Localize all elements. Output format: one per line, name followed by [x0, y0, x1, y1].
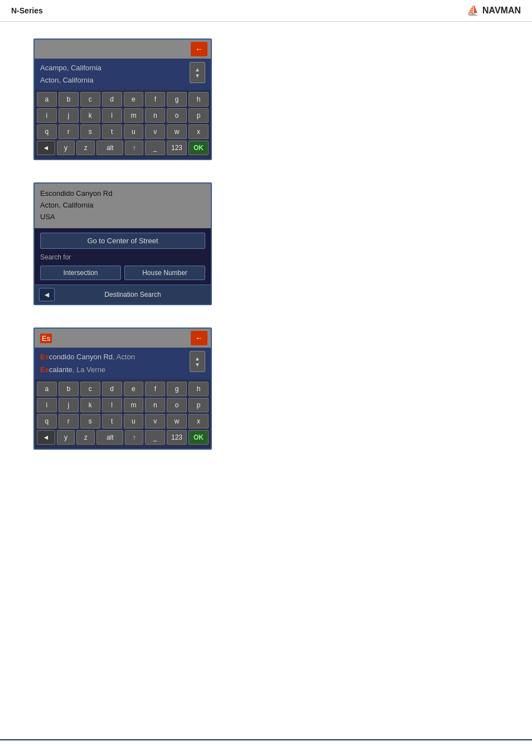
- key2-i[interactable]: i: [37, 398, 57, 412]
- key2-z[interactable]: z: [76, 430, 95, 445]
- key-f[interactable]: f: [145, 92, 165, 107]
- intersection-button[interactable]: Intersection: [40, 266, 121, 280]
- key-i[interactable]: i: [37, 108, 57, 123]
- search-bar-1: ←: [35, 40, 211, 59]
- result-item-3[interactable]: Escondido Canyon Rd, Acton: [40, 351, 185, 363]
- key2-f[interactable]: f: [145, 382, 165, 396]
- key-d[interactable]: d: [102, 92, 122, 107]
- key-n[interactable]: n: [145, 108, 165, 123]
- key-ok[interactable]: OK: [188, 141, 209, 155]
- key2-o[interactable]: o: [167, 398, 187, 412]
- street-line-1: Escondido Canyon Rd: [40, 188, 205, 200]
- key-z[interactable]: z: [76, 141, 95, 155]
- house-number-button[interactable]: House Number: [124, 266, 205, 280]
- key2-h[interactable]: h: [188, 382, 209, 396]
- header-logo: ⛵ NAVMAN: [467, 4, 521, 17]
- main-content: ← Acampo, California Acton, California ▲…: [0, 22, 532, 466]
- key2-u[interactable]: u: [124, 414, 144, 428]
- key-u[interactable]: u: [124, 124, 144, 139]
- key2-ok[interactable]: OK: [188, 430, 209, 445]
- key-x[interactable]: x: [188, 124, 209, 139]
- key-v[interactable]: v: [145, 124, 165, 139]
- result-item-4[interactable]: Escalante, La Verne: [40, 364, 185, 376]
- key-j[interactable]: j: [59, 108, 79, 123]
- key2-t[interactable]: t: [102, 414, 122, 428]
- key2-v[interactable]: v: [145, 414, 165, 428]
- keyboard-1: a b c d e f g h i j k l m n o p q r: [35, 90, 211, 159]
- key-r[interactable]: r: [59, 124, 79, 139]
- key-row-2-2: i j k l m n o p: [37, 398, 209, 412]
- result-state-2: California: [62, 76, 93, 84]
- key2-123[interactable]: 123: [167, 430, 187, 445]
- key-h[interactable]: h: [188, 92, 209, 107]
- key-row-2: i j k l m n o p: [37, 108, 209, 123]
- key2-alt[interactable]: alt: [96, 430, 123, 445]
- key2-s[interactable]: s: [80, 414, 100, 428]
- key2-b[interactable]: b: [59, 382, 79, 396]
- key2-w[interactable]: w: [167, 414, 187, 428]
- search-input-2[interactable]: Es: [38, 332, 188, 344]
- backspace-button-1[interactable]: ←: [191, 42, 207, 56]
- footer: [0, 739, 532, 756]
- key-up[interactable]: ↑: [125, 141, 143, 155]
- result-text-2: Acton,: [40, 76, 62, 84]
- search-typed-text: Es: [40, 334, 52, 343]
- key-m[interactable]: m: [124, 108, 144, 123]
- key-t[interactable]: t: [102, 124, 122, 139]
- key-back[interactable]: ◄: [37, 141, 55, 155]
- key-y[interactable]: y: [57, 141, 75, 155]
- scroll-down-icon: ▼: [195, 73, 200, 79]
- search-input-1[interactable]: [38, 43, 188, 55]
- back-arrow-button[interactable]: ◄: [39, 288, 55, 301]
- results-items-2: Escondido Canyon Rd, Acton Escalante, La…: [40, 351, 185, 375]
- key2-l[interactable]: l: [102, 398, 122, 412]
- key2-e[interactable]: e: [124, 382, 144, 396]
- results-list-2: Escondido Canyon Rd, Acton Escalante, La…: [35, 348, 211, 379]
- key2-a[interactable]: a: [37, 382, 57, 396]
- key-q[interactable]: q: [37, 124, 57, 139]
- search-for-label: Search for: [40, 252, 205, 262]
- key2-r[interactable]: r: [59, 414, 79, 428]
- key2-up[interactable]: ↑: [125, 430, 143, 445]
- street-info: Escondido Canyon Rd Acton, California US…: [35, 184, 211, 228]
- key-w[interactable]: w: [167, 124, 187, 139]
- key2-j[interactable]: j: [59, 398, 79, 412]
- street-line-3: USA: [40, 211, 205, 223]
- key-row-3: q r s t u v w x: [37, 124, 209, 139]
- key-l[interactable]: l: [102, 108, 122, 123]
- key-alt[interactable]: alt: [96, 141, 123, 155]
- key2-k[interactable]: k: [80, 398, 100, 412]
- key2-c[interactable]: c: [80, 382, 100, 396]
- key-b[interactable]: b: [59, 92, 79, 107]
- results-items-1: Acampo, California Acton, California: [40, 62, 185, 86]
- key-s[interactable]: s: [80, 124, 100, 139]
- key-a[interactable]: a: [37, 92, 57, 107]
- key-row-1: a b c d e f g h: [37, 92, 209, 107]
- key-123[interactable]: 123: [167, 141, 187, 155]
- key2-d[interactable]: d: [102, 382, 122, 396]
- key2-n[interactable]: n: [145, 398, 165, 412]
- result-item-1[interactable]: Acampo, California: [40, 62, 185, 74]
- destination-search-label: Destination Search: [59, 291, 206, 298]
- result-item-2[interactable]: Acton, California: [40, 74, 185, 86]
- key2-y[interactable]: y: [57, 430, 75, 445]
- key2-m[interactable]: m: [124, 398, 144, 412]
- key-e[interactable]: e: [124, 92, 144, 107]
- backspace-button-2[interactable]: ←: [191, 331, 207, 345]
- key2-g[interactable]: g: [167, 382, 187, 396]
- key-o[interactable]: o: [167, 108, 187, 123]
- key2-x[interactable]: x: [188, 414, 209, 428]
- key2-back[interactable]: ◄: [37, 430, 55, 445]
- key2-q[interactable]: q: [37, 414, 57, 428]
- scroll-button-1[interactable]: ▲ ▼: [190, 62, 205, 83]
- key-space[interactable]: _: [145, 141, 165, 155]
- key-k[interactable]: k: [80, 108, 100, 123]
- key-c[interactable]: c: [80, 92, 100, 107]
- goto-center-button[interactable]: Go to Center of Street: [40, 233, 205, 249]
- key-g[interactable]: g: [167, 92, 187, 107]
- key2-space[interactable]: _: [145, 430, 165, 445]
- scroll-button-2[interactable]: ▲ ▼: [190, 351, 205, 372]
- key2-p[interactable]: p: [188, 398, 209, 412]
- street-line-2: Acton, California: [40, 200, 205, 211]
- key-p[interactable]: p: [188, 108, 209, 123]
